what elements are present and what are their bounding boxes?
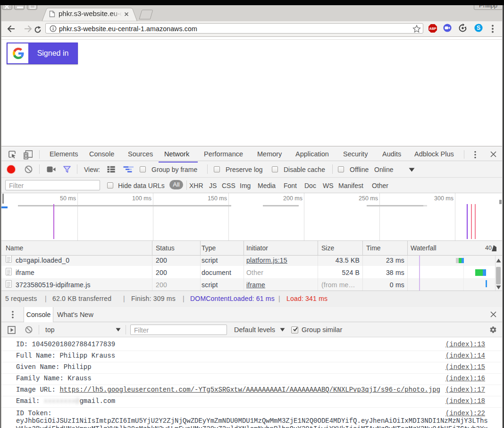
svg-text:ABP: ABP — [429, 27, 437, 30]
svg-text:S: S — [477, 25, 480, 31]
